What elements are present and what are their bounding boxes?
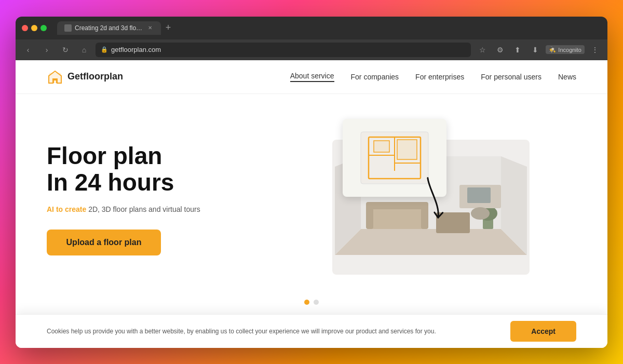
incognito-label: Incognito [558, 47, 581, 53]
download-icon[interactable]: ⬇ [528, 43, 543, 57]
svg-point-24 [471, 207, 490, 220]
hero-title: Floor plan In 24 hours [47, 143, 265, 195]
carousel-dots [16, 294, 607, 310]
close-button[interactable] [22, 25, 28, 31]
hero-right [265, 110, 576, 284]
cookie-accept-button[interactable]: Accept [510, 321, 576, 342]
svg-rect-23 [467, 187, 491, 203]
svg-rect-6 [374, 141, 389, 152]
hero-subtitle: AI to create 2D, 3D floor plans and virt… [47, 204, 265, 215]
cookie-text: Cookies help us provide you with a bette… [47, 328, 500, 335]
tab-close-icon[interactable]: ✕ [146, 24, 154, 32]
nav-for-companies[interactable]: For companies [351, 73, 399, 81]
svg-marker-10 [335, 229, 527, 255]
new-tab-button[interactable]: + [161, 21, 175, 35]
svg-rect-17 [366, 206, 373, 229]
logo-text: Getfloorplan [67, 71, 123, 82]
forward-button[interactable]: › [39, 43, 54, 57]
nav-links: About service For companies For enterpri… [290, 72, 576, 82]
logo[interactable]: Getfloorplan [47, 69, 123, 85]
nav-for-personal-users[interactable]: For personal users [481, 73, 541, 81]
traffic-lights [22, 25, 47, 31]
back-button[interactable]: ‹ [21, 43, 35, 57]
menu-icon[interactable]: ⋮ [588, 43, 602, 57]
refresh-button[interactable]: ↻ [58, 43, 73, 57]
incognito-icon: 🕵 [549, 46, 556, 53]
hero-title-line2: In 24 hours [47, 169, 174, 196]
bookmark-icon[interactable]: ☆ [475, 43, 490, 57]
website-content: Getfloorplan About service For companies… [16, 60, 607, 348]
tab-bar: Creating 2d and 3d floor plan... ✕ + [57, 21, 587, 35]
sketch-svg [358, 129, 431, 186]
browser-window: Creating 2d and 3d floor plan... ✕ + ‹ ›… [16, 17, 607, 348]
browser-tab[interactable]: Creating 2d and 3d floor plan... ✕ [57, 21, 161, 35]
upload-floor-plan-button[interactable]: Upload a floor plan [47, 230, 161, 255]
tab-title: Creating 2d and 3d floor plan... [75, 24, 143, 32]
svg-rect-7 [397, 140, 417, 159]
incognito-badge: 🕵 Incognito [546, 45, 585, 54]
home-button[interactable]: ⌂ [77, 43, 91, 57]
extensions-icon[interactable]: ⚙ [493, 43, 507, 57]
carousel-dot-1[interactable] [304, 300, 309, 305]
minimize-button[interactable] [31, 25, 37, 31]
hero-left: Floor plan In 24 hours AI to create 2D, … [47, 110, 265, 284]
address-bar[interactable]: 🔒 getfloorplan.com [96, 43, 471, 57]
hero-section: Floor plan In 24 hours AI to create 2D, … [16, 94, 607, 294]
nav-about-service[interactable]: About service [290, 72, 334, 82]
floor-plan-container [312, 119, 530, 275]
share-icon[interactable]: ⬆ [510, 43, 525, 57]
cookie-banner: Cookies help us provide you with a bette… [16, 314, 607, 348]
hero-subtitle-highlight: AI to create [47, 205, 86, 213]
logo-icon [47, 69, 63, 85]
site-nav: Getfloorplan About service For companies… [16, 60, 607, 94]
maximize-button[interactable] [40, 25, 47, 31]
url-text: getfloorplan.com [111, 46, 161, 53]
nav-for-enterprises[interactable]: For enterprises [415, 73, 464, 81]
carousel-dot-2[interactable] [314, 300, 319, 305]
hero-title-line1: Floor plan [47, 142, 162, 169]
tab-favicon [64, 24, 72, 32]
browser-titlebar: Creating 2d and 3d floor plan... ✕ + [16, 17, 607, 39]
browser-toolbar: ‹ › ↻ ⌂ 🔒 getfloorplan.com ☆ ⚙ ⬆ ⬇ 🕵 Inc… [16, 39, 607, 60]
hero-subtitle-rest: 2D, 3D floor plans and virtual tours [86, 205, 200, 213]
toolbar-actions: ☆ ⚙ ⬆ ⬇ 🕵 Incognito ⋮ [475, 43, 602, 57]
nav-news[interactable]: News [558, 73, 576, 81]
lock-icon: 🔒 [101, 46, 108, 53]
